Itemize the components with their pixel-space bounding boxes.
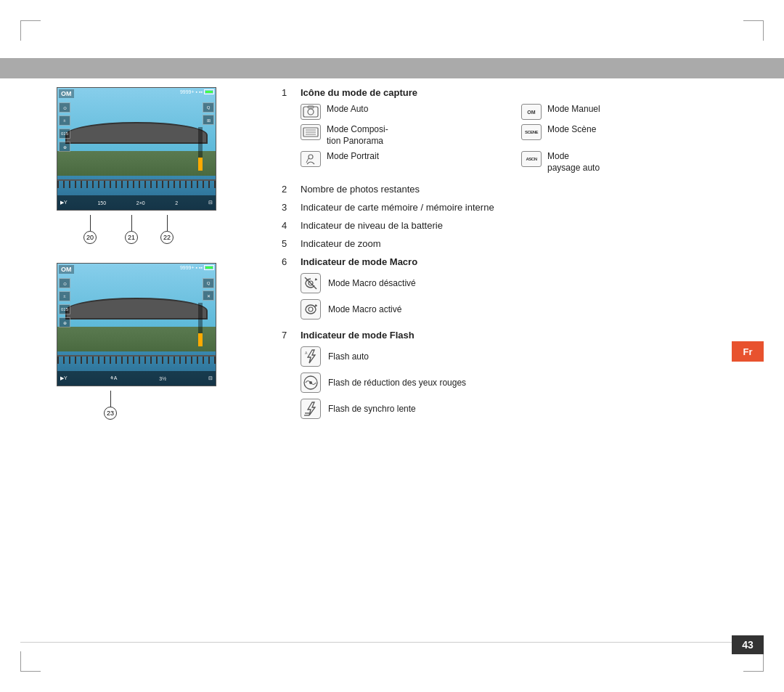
mode-manuel: OM Mode Manuel [521,104,727,120]
s2-num: 2 [282,184,292,195]
section-2: 2 Nombre de photos restantes [282,184,727,195]
flash-auto-icon: A [301,346,321,367]
macro-off-icon [301,273,321,293]
flash-redeye-icon [301,373,321,393]
cam-ev: 150 [97,200,106,205]
cam-battery-1 [204,89,214,94]
cam-icon-exp: ± [59,115,70,126]
cam-counter-2: 9999+ [180,265,195,270]
cam-icon-wb2: ⊞ [203,115,214,125]
flash-slow-item: Flash de synchro lente [301,399,727,419]
svg-text:A: A [305,351,308,355]
svg-point-10 [309,307,313,312]
macro-off-item: Mode Macro désactivé [301,273,727,293]
flash-slow-icon [301,399,321,419]
mode-auto-label: Mode Auto [327,104,368,115]
section-7-header: 7 Indicateur de mode Flash [282,330,727,341]
callout-area-1: 20 21 22 [57,215,216,251]
mode-paysage-icon: ASCN [521,151,542,167]
mode-paysage: ASCN Modepaysage auto [521,151,727,174]
cam-icon-q: Q [203,102,214,113]
cam-sd-icon: ▪▪ [199,89,203,94]
cam-battery-2 [204,265,214,270]
macro-off-label: Mode Macro désactivé [328,278,416,288]
cam-top-right-2: 9999+ ▪ ▪▪ [180,265,214,270]
flash-auto-item: A Flash auto [301,346,727,367]
macro-on-label: Mode Macro activé [328,304,401,314]
mode-scene: SCENE Mode Scène [521,124,727,147]
section-6-header: 6 Indicateur de mode Macro [282,256,727,267]
mode-panorama-label: Mode Composi-tion Panorama [327,124,388,147]
s4-num: 4 [282,220,292,231]
cam-sd-icon-2: ▪▪ [199,265,203,270]
cam-top-right-1: 9999+ ▪ ▪▪ [180,89,214,94]
callout-line-22 [167,215,168,231]
s3-num: 3 [282,202,292,213]
mode-auto-icon [301,104,321,120]
cam-icon-wb-2: 015 [59,304,70,314]
corner-mark-tl [20,20,41,41]
section-1: 1 Icône du mode de capture Mode Auto [282,87,727,174]
flash-redeye-item: Flash de réduction des yeux rouges [301,373,727,393]
cam-counter: 9999+ [180,89,195,94]
simple-items: 2 Nombre de photos restantes 3 Indicateu… [282,184,727,249]
callout-line-20 [90,215,91,231]
corner-mark-tr [743,20,764,41]
section-4: 4 Indicateur de niveau de la batterie [282,220,727,231]
s7-title: Indicateur de mode Flash [301,330,415,341]
macro-on-icon [301,299,321,319]
mode-portrait-label: Mode Portrait [327,151,379,163]
mode-paysage-label: Modepaysage auto [547,151,600,174]
corner-mark-bl [20,651,41,672]
corner-mark-br [743,651,764,672]
cam-ui-2: OM 9999+ ▪ ▪▪ ⊙ ± 015 ⊕ Q [57,264,216,386]
s5-text: Indicateur de zoom [301,238,381,249]
cam-grid: ⊟ [208,200,213,205]
mode-manuel-icon: OM [521,104,542,120]
cam-shots: 2 [175,200,178,205]
cam-right-icons-1: Q ⊞ [203,102,214,125]
callout-23: 23 [104,407,117,420]
right-panel: 1 Icône du mode de capture Mode Auto [253,80,764,643]
s6-title: Indicateur de mode Macro [301,256,417,267]
svg-point-7 [309,155,313,159]
mode-scene-label: Mode Scène [547,124,596,136]
cam-icon-q-2: Q [203,278,214,288]
section-3: 3 Indicateur de carte mémoire / mémoire … [282,202,727,213]
modes-grid: Mode Auto OM Mode Manuel [301,104,727,174]
callout-22: 22 [160,231,173,244]
mode-manuel-label: Mode Manuel [547,104,600,115]
flash-auto-label: Flash auto [328,351,369,362]
cam-left-icons-2: ⊙ ± 015 ⊕ [59,278,70,327]
cam-icon-wb: 015 [59,129,70,139]
s7-num: 7 [282,330,292,341]
cam-left-icons-1: ⊙ ± 015 ⊕ [59,102,70,152]
s4-text: Indicateur de niveau de la batterie [301,220,443,231]
cam-ui-1: OM 9999+ ▪ ▪▪ ⊙ ± 015 ⊕ Q [57,88,216,210]
callout-line-23 [110,391,111,407]
section-1-num: 1 [282,87,292,98]
cam-macro: ⚘A [110,375,118,381]
cam-zoom-fill-2 [198,333,203,346]
callout-line-21 [131,215,132,231]
cam-zoom-fill-1 [198,158,203,171]
callout-area-2: 23 [57,391,216,427]
flash-slow-label: Flash de synchro lente [328,404,416,414]
cam-icon-focus: ⊙ [59,102,70,113]
svg-marker-11 [308,350,315,363]
section-1-header: 1 Icône du mode de capture [282,87,727,98]
cam-icon-exp-2: ± [59,291,70,301]
flash-redeye-label: Flash de réduction des yeux rouges [328,378,466,388]
cam-bottom-bar-2: ▶Y ⚘A 3½ ⊟ [57,371,216,386]
cam-grid-2: ⊟ [208,375,213,381]
mode-panorama: Mode Composi-tion Panorama [301,124,507,147]
camera-screen-1: OM 9999+ ▪ ▪▪ ⊙ ± 015 ⊕ Q [57,87,216,211]
mode-portrait: Mode Portrait [301,151,507,174]
cam-mode-label-2: OM [59,265,74,274]
callout-20: 20 [83,231,97,244]
mode-scene-icon: SCENE [521,124,542,140]
cam-icon-x: ✕ [203,290,214,301]
mode-portrait-icon [301,151,321,167]
cam-zoom-bar-2 [198,303,203,346]
s3-text: Indicateur de carte mémoire / mémoire in… [301,202,494,213]
